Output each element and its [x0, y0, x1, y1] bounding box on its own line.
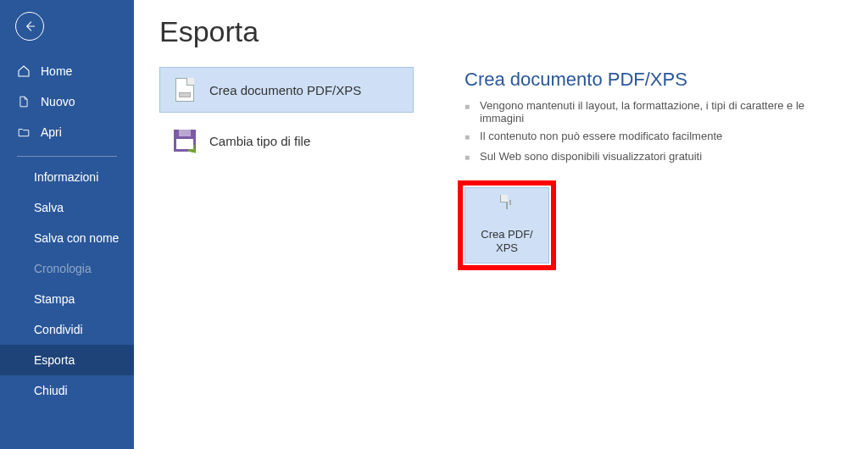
nav-open[interactable]: Apri — [0, 117, 134, 147]
action-highlight-wrap: Crea PDF/ XPS — [465, 187, 549, 263]
new-doc-icon — [17, 95, 31, 108]
backstage-main: Esporta Crea documento PDF/XPS Cambia ti… — [134, 0, 868, 449]
back-button[interactable] — [15, 12, 44, 41]
nav-label: Nuovo — [41, 95, 75, 108]
nav-label: Salva con nome — [34, 231, 119, 245]
nav-new[interactable]: Nuovo — [0, 86, 134, 117]
nav-label: Cronologia — [34, 262, 92, 275]
nav-info[interactable]: Informazioni — [0, 162, 134, 192]
folder-open-icon — [17, 125, 31, 139]
benefits-list: Vengono mantenuti il layout, la formatta… — [465, 99, 843, 165]
benefit-text: Il contenuto non può essere modificato f… — [480, 130, 722, 142]
export-detail-pane: Crea documento PDF/XPS Vengono mantenuti… — [465, 67, 843, 263]
nav-home[interactable]: Home — [0, 56, 134, 86]
section-title: Crea documento PDF/XPS — [465, 69, 843, 91]
nav-export[interactable]: Esporta — [0, 345, 134, 375]
nav-label: Stampa — [34, 292, 75, 306]
nav-save[interactable]: Salva — [0, 192, 134, 223]
option-change-file-type[interactable]: Cambia tipo di file — [159, 118, 414, 164]
nav-label: Salva — [34, 201, 64, 214]
nav-label: Esporta — [34, 353, 75, 367]
change-file-type-icon — [172, 126, 198, 155]
option-create-pdf-xps[interactable]: Crea documento PDF/XPS — [159, 67, 414, 113]
nav-label: Chiudi — [34, 384, 68, 397]
option-label: Crea documento PDF/XPS — [209, 83, 361, 97]
nav-label: Informazioni — [34, 170, 98, 184]
backstage-sidebar: Home Nuovo Apri Informazioni Salva Salva… — [0, 0, 134, 449]
benefit-text: Vengono mantenuti il layout, la formatta… — [480, 99, 843, 125]
option-label: Cambia tipo di file — [209, 134, 310, 148]
arrow-left-icon — [23, 19, 36, 33]
nav-label: Condividi — [34, 323, 83, 336]
nav-print[interactable]: Stampa — [0, 284, 134, 314]
benefit-item: Il contenuto non può essere modificato f… — [465, 130, 843, 145]
nav-history: Cronologia — [0, 253, 134, 284]
nav-label: Home — [41, 64, 72, 78]
pdf-xps-doc-icon — [172, 75, 198, 104]
nav-close[interactable]: Chiudi — [0, 375, 134, 406]
nav-separator — [17, 156, 117, 157]
nav-share[interactable]: Condividi — [0, 314, 134, 345]
benefit-text: Sul Web sono disponibili visualizzatori … — [480, 150, 702, 163]
home-icon — [17, 64, 31, 78]
page-title: Esporta — [159, 15, 843, 48]
nav-label: Apri — [41, 125, 62, 139]
benefit-item: Sul Web sono disponibili visualizzatori … — [465, 150, 843, 165]
nav-save-as[interactable]: Salva con nome — [0, 223, 134, 253]
export-options-list: Crea documento PDF/XPS Cambia tipo di fi… — [159, 67, 414, 263]
benefit-item: Vengono mantenuti il layout, la formatta… — [465, 99, 843, 125]
